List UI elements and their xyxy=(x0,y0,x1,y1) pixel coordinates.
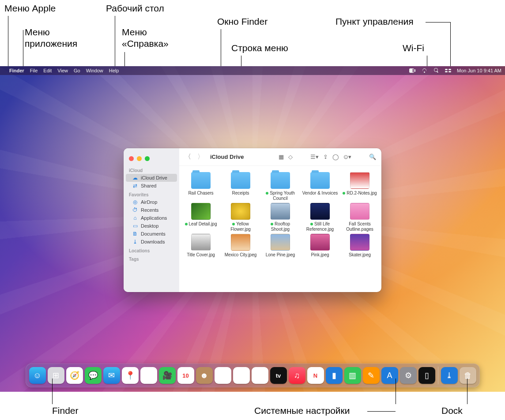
search-button[interactable]: 🔍 xyxy=(369,154,376,160)
dock-app-notes[interactable]: ✎ xyxy=(233,367,250,384)
file-grid: Rail ChasersReceiptsSpring Youth Council… xyxy=(179,166,381,292)
forward-button[interactable]: 〉 xyxy=(197,153,204,161)
sidebar-item[interactable]: ⇄Shared xyxy=(126,182,177,190)
dock-app-calendar[interactable]: 10 xyxy=(177,367,194,384)
group-button[interactable]: ☰▾ xyxy=(310,154,319,160)
menu-go[interactable]: Go xyxy=(74,68,80,73)
menu-view[interactable]: View xyxy=(57,68,68,73)
file-item[interactable]: Pink.jpeg xyxy=(300,234,340,258)
menu-help[interactable]: Help xyxy=(109,68,119,73)
sidebar-item[interactable]: ☁︎iCloud Drive xyxy=(126,174,177,182)
close-button[interactable] xyxy=(129,156,134,161)
view-icons-button[interactable]: ▦ xyxy=(279,154,284,160)
file-item[interactable]: Still Life Reference.jpg xyxy=(300,203,340,232)
view-switch-icon[interactable]: ◇ xyxy=(288,154,293,160)
minimize-button[interactable] xyxy=(137,156,142,161)
file-item[interactable]: Skater.jpeg xyxy=(340,234,380,258)
file-item[interactable]: Mexico City.jpeg xyxy=(221,234,260,258)
leader xyxy=(396,379,396,404)
control-center-icon[interactable] xyxy=(445,68,451,73)
share-button[interactable]: ⇪ xyxy=(323,154,328,160)
sidebar-item[interactable]: 🗎Documents xyxy=(126,230,177,238)
dock-app-pages[interactable]: ✎ xyxy=(363,367,380,384)
file-item[interactable]: Rail Chasers xyxy=(181,172,221,201)
tag-dot xyxy=(232,223,235,225)
callout-wifi: Wi-Fi xyxy=(403,42,424,54)
callout-finder-dock: Finder xyxy=(52,405,79,416)
leader xyxy=(427,56,427,66)
menu-file[interactable]: File xyxy=(30,68,38,73)
dock-app-safari[interactable]: 🧭 xyxy=(66,367,83,384)
file-item[interactable]: Title Cover.jpg xyxy=(181,234,221,258)
dock-app-launchpad[interactable]: ⊞ xyxy=(48,367,64,384)
file-thumbnail xyxy=(350,172,369,189)
dock-app-maps[interactable]: 📍 xyxy=(122,367,139,384)
more-button[interactable]: ⊙▾ xyxy=(343,154,351,160)
callout-finder-window: Окно Finder xyxy=(217,16,268,27)
file-item[interactable]: Receipts xyxy=(221,172,260,201)
dock-app-reminders[interactable]: ☰ xyxy=(215,367,231,384)
file-item[interactable]: Rooftop Shoot.jpg xyxy=(260,203,300,232)
menu-window[interactable]: Window xyxy=(86,68,103,73)
dock-app-keynote[interactable]: ▮ xyxy=(326,367,343,384)
file-item[interactable]: RD.2-Notes.jpg xyxy=(340,172,380,201)
dock-app-systemsettings[interactable]: ⚙︎ xyxy=(400,367,417,384)
sidebar-item-icon: ⇄ xyxy=(132,183,138,188)
dock-trash[interactable]: 🗑 xyxy=(460,367,476,384)
dock-app-numbers[interactable]: ▥ xyxy=(344,367,361,384)
dock-app-photos[interactable]: ❀ xyxy=(140,367,157,384)
sidebar-item[interactable]: ⤓Downloads xyxy=(126,238,177,246)
battery-icon[interactable] xyxy=(409,68,415,73)
file-name: Still Life Reference.jpg xyxy=(301,221,339,232)
dock-separator xyxy=(438,367,438,384)
dock: ☺⊞🧭💬✉︎📍❀🎥10☻☰✎〰tv♫N▮▥✎A⚙︎▯⤓🗑 xyxy=(26,364,480,387)
finder-sidebar: iCloud☁︎iCloud Drive⇄SharedFavorites◎Air… xyxy=(124,148,179,292)
sidebar-item[interactable]: ◎AirDrop xyxy=(126,198,177,206)
spotlight-icon[interactable] xyxy=(433,68,439,73)
sidebar-item-label: Desktop xyxy=(141,223,158,229)
finder-window[interactable]: iCloud☁︎iCloud Drive⇄SharedFavorites◎Air… xyxy=(124,148,381,292)
sidebar-item-label: AirDrop xyxy=(141,199,157,205)
dock-app-messages[interactable]: 💬 xyxy=(85,367,102,384)
file-name: Rail Chasers xyxy=(188,191,213,196)
file-item[interactable]: Vendor & Invoices xyxy=(300,172,340,201)
file-item[interactable]: Yellow Flower.jpg xyxy=(221,203,260,232)
file-name: Skater.jpeg xyxy=(349,252,371,258)
menu-bar: Finder File Edit View Go Window Help Mon… xyxy=(0,66,505,75)
wifi-icon[interactable] xyxy=(421,68,427,73)
leader xyxy=(8,16,8,66)
back-button[interactable]: 〈 xyxy=(185,153,191,161)
sidebar-item[interactable]: ▭Desktop xyxy=(126,222,177,230)
file-name: Fall Scents Outline.pages xyxy=(341,221,378,232)
dock-app-iphonemirroring[interactable]: ▯ xyxy=(418,367,435,384)
callout-system-settings: Системные настройки xyxy=(254,405,350,416)
sidebar-item-icon: ◎ xyxy=(132,199,138,205)
leader xyxy=(367,411,396,412)
file-item[interactable]: Leaf Detail.jpg xyxy=(181,203,221,232)
file-thumbnail xyxy=(191,234,211,251)
file-thumbnail xyxy=(350,203,369,220)
dock-downloads[interactable]: ⤓ xyxy=(441,367,458,384)
sidebar-item[interactable]: ⏱Recents xyxy=(126,206,177,214)
file-item[interactable]: Spring Youth Council xyxy=(260,172,300,201)
app-menu[interactable]: Finder xyxy=(9,68,24,73)
file-name: Spring Youth Council xyxy=(262,191,299,201)
dock-app-contacts[interactable]: ☻ xyxy=(196,367,213,384)
dock-app-music[interactable]: ♫ xyxy=(289,367,305,384)
sidebar-item-icon: ▭ xyxy=(132,223,138,229)
file-name: Yellow Flower.jpg xyxy=(222,221,259,232)
dock-app-news[interactable]: N xyxy=(307,367,324,384)
file-thumbnail xyxy=(231,203,250,220)
dock-app-finder[interactable]: ☺ xyxy=(29,367,46,384)
file-item[interactable]: Lone Pine.jpeg xyxy=(260,234,300,258)
zoom-button[interactable] xyxy=(145,156,150,161)
dock-app-facetime[interactable]: 🎥 xyxy=(159,367,176,384)
clock[interactable]: Mon Jun 10 9:41 AM xyxy=(457,68,501,73)
dock-app-tv[interactable]: tv xyxy=(270,367,287,384)
menu-edit[interactable]: Edit xyxy=(43,68,52,73)
sidebar-item[interactable]: ⌂Applications xyxy=(126,214,177,222)
dock-app-mail[interactable]: ✉︎ xyxy=(103,367,120,384)
file-item[interactable]: Fall Scents Outline.pages xyxy=(340,203,380,232)
tags-button[interactable]: ◯ xyxy=(332,154,339,160)
dock-app-freeform[interactable]: 〰 xyxy=(252,367,268,384)
